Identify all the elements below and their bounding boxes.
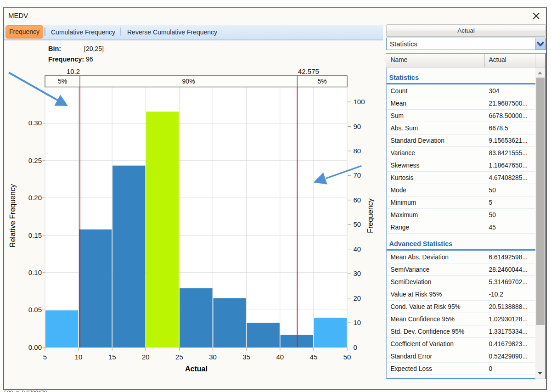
svg-text:90%: 90% — [182, 78, 195, 85]
svg-text:90: 90 — [354, 123, 361, 130]
svg-text:10.2: 10.2 — [67, 67, 80, 75]
svg-text:45: 45 — [310, 353, 318, 361]
svg-text:Relative Frequency: Relative Frequency — [9, 184, 17, 247]
svg-text:50: 50 — [343, 353, 351, 361]
svg-text:Frequency:: Frequency: — [48, 56, 84, 63]
svg-text:42.575: 42.575 — [298, 67, 319, 75]
svg-text:25: 25 — [175, 353, 183, 361]
svg-text:70: 70 — [354, 171, 361, 179]
svg-text:[20,25]: [20,25] — [84, 45, 104, 52]
svg-text:60: 60 — [354, 196, 361, 204]
svg-text:96: 96 — [86, 56, 93, 63]
svg-text:40: 40 — [276, 353, 284, 361]
svg-text:0.25: 0.25 — [28, 157, 42, 164]
svg-text:0.20: 0.20 — [28, 194, 42, 202]
svg-text:30: 30 — [209, 353, 217, 361]
svg-text:20: 20 — [142, 353, 150, 361]
svg-text:0.15: 0.15 — [28, 231, 42, 239]
svg-text:35: 35 — [242, 353, 250, 361]
svg-text:Bin:: Bin: — [48, 45, 61, 52]
svg-text:0.05: 0.05 — [28, 306, 42, 314]
svg-text:80: 80 — [354, 147, 361, 155]
svg-text:30: 30 — [354, 269, 361, 277]
svg-text:10: 10 — [75, 353, 83, 361]
svg-text:5%: 5% — [317, 78, 326, 85]
svg-text:0.10: 0.10 — [28, 269, 42, 276]
svg-text:Actual: Actual — [185, 365, 208, 373]
svg-text:15: 15 — [108, 353, 116, 361]
svg-text:40: 40 — [354, 245, 361, 253]
svg-text:10: 10 — [354, 319, 361, 326]
svg-text:0.00: 0.00 — [28, 343, 42, 351]
svg-text:0: 0 — [354, 343, 357, 351]
svg-text:50: 50 — [354, 220, 361, 228]
svg-text:Frequency: Frequency — [366, 198, 374, 233]
svg-text:0.30: 0.30 — [28, 119, 42, 127]
svg-text:5%: 5% — [58, 78, 67, 85]
svg-text:100: 100 — [354, 98, 365, 106]
svg-text:5: 5 — [43, 353, 47, 361]
svg-text:20: 20 — [354, 294, 361, 302]
